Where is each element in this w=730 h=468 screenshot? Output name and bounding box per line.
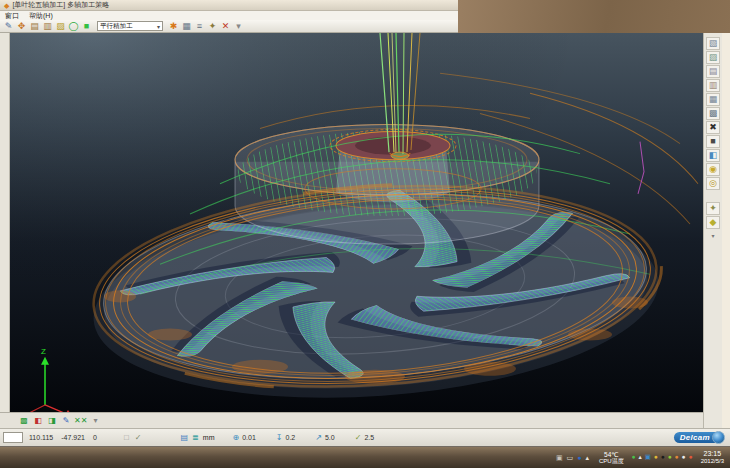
- thickness-icon: ↧: [276, 433, 283, 442]
- menu-help[interactable]: 帮助(H): [29, 11, 53, 21]
- view-shade-icon[interactable]: ▨: [706, 51, 720, 64]
- cancel-icon[interactable]: ✕: [219, 21, 232, 32]
- tolerance-icon: ⊕: [232, 433, 239, 442]
- region-icon[interactable]: □: [124, 433, 129, 442]
- coord-z: 0: [93, 434, 97, 441]
- taskbar-clock[interactable]: 23:15 2012/5/3: [701, 450, 724, 465]
- tray-doc-icon[interactable]: ▣: [645, 454, 651, 461]
- copy-icon[interactable]: ▥: [41, 21, 54, 32]
- tray-arrow-icon[interactable]: ▴: [639, 454, 642, 461]
- draw-icon[interactable]: ✎: [60, 415, 72, 427]
- stepdown-field[interactable]: ✓ 2.5: [355, 433, 374, 442]
- mini-overflow-icon[interactable]: ▾: [89, 415, 101, 427]
- clipboard-icon[interactable]: ▤: [28, 21, 41, 32]
- macro-icon[interactable]: ▨: [54, 21, 67, 32]
- toolpath-icon[interactable]: ✱: [167, 21, 180, 32]
- tool-visibility-icon[interactable]: ◉: [706, 163, 720, 176]
- snap-icon[interactable]: ◆: [706, 216, 720, 229]
- active-strategy-icon[interactable]: ■: [80, 21, 93, 32]
- viewport-footer: ▩◧◨✎✕✕▾: [0, 412, 703, 428]
- ime-icon[interactable]: ▣: [556, 454, 563, 461]
- viewport-3d[interactable]: Z X Y: [10, 33, 703, 412]
- window-title: [单叶轮五轴加工] 多轴加工策略: [12, 0, 109, 10]
- axis-z-label: Z: [41, 347, 46, 356]
- flag-green-icon[interactable]: ◨: [46, 415, 58, 427]
- axes-icon[interactable]: ≣: [192, 433, 199, 442]
- transform-icon[interactable]: ✥: [15, 21, 28, 32]
- view-wireframe-icon[interactable]: ▤: [706, 65, 720, 78]
- clock-date: 2012/5/3: [701, 458, 724, 465]
- settings-icon[interactable]: ✦: [206, 21, 219, 32]
- cpu-temp-label: CPU温度: [599, 458, 624, 465]
- view-top-icon[interactable]: ▦: [706, 93, 720, 106]
- delcam-logo: Delcam: [674, 432, 720, 443]
- main-toolbar: ✎✥▤▥▨◯■ 平行精加工 ▾ ✱▦≡✦✕▾: [0, 20, 458, 33]
- thickness-field[interactable]: ↧ 0.2: [276, 433, 295, 442]
- chevron-down-icon[interactable]: ▾: [157, 23, 160, 30]
- measure-icon[interactable]: ✦: [706, 202, 720, 215]
- coord-y: -47.921: [61, 434, 85, 441]
- view-toolbar-overflow-icon[interactable]: ▾: [711, 232, 714, 239]
- tray-green-icon[interactable]: ●: [632, 454, 636, 461]
- select-box-icon[interactable]: ▩: [706, 107, 720, 120]
- coord-x: 110.115: [29, 434, 53, 441]
- units-label: mm: [203, 434, 215, 441]
- apply-icon[interactable]: ✓: [135, 433, 142, 442]
- menu-window[interactable]: 窗口: [5, 11, 19, 21]
- tolerance-field[interactable]: ⊕ 0.01: [232, 433, 255, 442]
- overflow-icon[interactable]: ▾: [232, 21, 245, 32]
- cpu-temp-gadget[interactable]: 54℃ CPU温度: [599, 451, 624, 465]
- show-hidden-icon[interactable]: ▴: [585, 454, 589, 461]
- clock-time: 23:15: [704, 450, 722, 458]
- list-icon[interactable]: ≡: [193, 21, 206, 32]
- links-icon[interactable]: ✕✕: [74, 415, 87, 427]
- system-tray: ●▴▣●●●●●●: [632, 454, 693, 461]
- queue-icon[interactable]: ▤: [181, 433, 189, 442]
- block-icon[interactable]: ■: [706, 135, 720, 148]
- menu-bar: 窗口帮助(H): [0, 11, 463, 20]
- simulate-icon[interactable]: ◎: [706, 177, 720, 190]
- cpu-temp-value: 54℃: [604, 451, 619, 458]
- stepover-field[interactable]: ↗ 5.0: [315, 433, 334, 442]
- windows-taskbar: ▣▭●▴ 54℃ CPU温度 ●▴▣●●●●●● 23:15 2012/5/3: [0, 446, 730, 468]
- tray-white-icon[interactable]: ●: [682, 454, 686, 461]
- globe-icon: [712, 431, 725, 444]
- edit-icon[interactable]: ✎: [2, 21, 15, 32]
- app-icon: ◆: [4, 2, 9, 9]
- activate-icon[interactable]: ◯: [67, 21, 80, 32]
- shade-toggle-icon[interactable]: ◧: [706, 149, 720, 162]
- powermill-window: ◆ [单叶轮五轴加工] 多轴加工策略 窗口帮助(H) ✎✥▤▥▨◯■ 平行精加工…: [0, 0, 730, 468]
- flag-red-icon[interactable]: ◧: [32, 415, 44, 427]
- left-window-frame: [0, 33, 10, 428]
- strategy-combo[interactable]: 平行精加工 ▾: [97, 21, 163, 31]
- impeller-model: Z X Y: [10, 33, 703, 412]
- toolbar-right-group: ✱▦≡✦✕▾: [167, 21, 245, 32]
- tray-moon-icon[interactable]: ●: [661, 454, 665, 461]
- tray-red-icon[interactable]: ●: [689, 454, 693, 461]
- cursor-coordinates: 110.115 -47.921 0: [29, 434, 121, 441]
- progress-indicator: [3, 432, 23, 443]
- delete-icon[interactable]: ✖: [706, 121, 720, 134]
- stepover-value: 5.0: [325, 434, 335, 441]
- right-window-frame: [722, 33, 730, 428]
- view-block-icon[interactable]: ▧: [706, 37, 720, 50]
- status-bar: 110.115 -47.921 0 □✓ ▤≣ mm ⊕ 0.01 ↧ 0.2 …: [0, 428, 730, 446]
- title-bar[interactable]: ◆ [单叶轮五轴加工] 多轴加工策略: [0, 0, 458, 11]
- keyboard-icon[interactable]: ▭: [567, 454, 574, 461]
- tray-gold-icon[interactable]: ●: [654, 454, 658, 461]
- tray-orange-icon[interactable]: ●: [675, 454, 679, 461]
- tolerance-value: 0.01: [242, 434, 256, 441]
- tray-lime-icon[interactable]: ●: [668, 454, 672, 461]
- grid-snap-icon[interactable]: ▩: [18, 415, 30, 427]
- strategy-combo-value: 平行精加工: [100, 22, 133, 31]
- stepover-icon: ↗: [315, 433, 322, 442]
- update-icon[interactable]: ●: [577, 454, 581, 461]
- stepdown-value: 2.5: [364, 434, 374, 441]
- stepdown-icon: ✓: [355, 433, 362, 442]
- view-iso-icon[interactable]: ▥: [706, 79, 720, 92]
- toolbar-left-group: ✎✥▤▥▨◯■: [2, 21, 93, 32]
- calculator-icon[interactable]: ▦: [180, 21, 193, 32]
- mini-toolbar: ▩◧◨✎✕✕▾: [18, 415, 101, 427]
- desktop-wallpaper: [458, 0, 730, 33]
- thickness-value: 0.2: [286, 434, 296, 441]
